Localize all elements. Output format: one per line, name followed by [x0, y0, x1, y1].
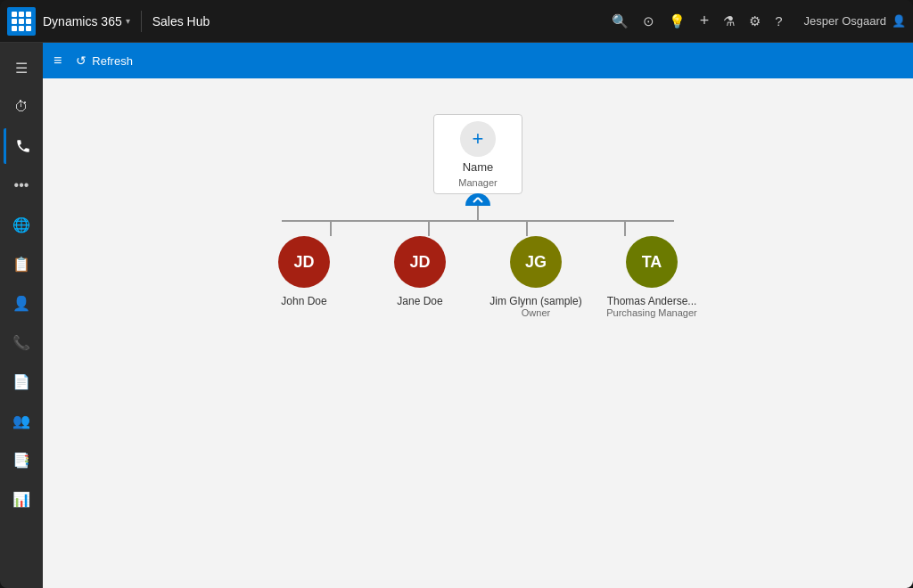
avatar-0[interactable]: JD: [278, 236, 330, 288]
screen-container: Dynamics 365 ▾ Sales Hub 🔍 ⊙ 💡 + ⚗ ⚙ ? J…: [0, 0, 913, 588]
children-row: JDJohn DoeJDJane DoeJGJim Glynn (sample)…: [255, 236, 701, 318]
user-icon: 👤: [892, 14, 906, 28]
top-nav: Dynamics 365 ▾ Sales Hub 🔍 ⊙ 💡 + ⚗ ⚙ ? J…: [0, 0, 913, 43]
child-name-2: Jim Glynn (sample): [489, 295, 581, 307]
sidebar-item-globe[interactable]: 🌐: [4, 207, 39, 242]
help-icon[interactable]: ?: [775, 13, 782, 29]
branch-4: [576, 222, 674, 236]
sidebar-item-team[interactable]: 👥: [4, 403, 39, 438]
branch-vertical-4: [624, 222, 626, 236]
waffle-grid: [12, 12, 31, 31]
refresh-icon: ↺: [76, 53, 86, 68]
child-name-0: John Doe: [281, 295, 326, 307]
root-role: Manager: [458, 177, 497, 188]
org-chart-inner: + Name Manager: [61, 96, 895, 318]
tree-lines: [61, 206, 895, 236]
hub-name: Sales Hub: [152, 14, 210, 29]
branches: [282, 222, 674, 236]
sidebar-item-doc[interactable]: 📄: [4, 363, 39, 399]
root-node: + Name Manager: [433, 114, 522, 206]
branch-3: [478, 222, 576, 236]
sidebar-item-recent[interactable]: ⏱: [4, 89, 39, 125]
child-node-2: JGJim Glynn (sample)Owner: [487, 236, 585, 318]
main-area: ☰ ⏱ ••• 🌐 📋 👤 📞 📄 👥 📑 📊 ≡ ↺ Refresh: [0, 43, 913, 588]
user-menu[interactable]: Jesper Osgaard 👤: [804, 14, 907, 28]
branch-1: [282, 222, 380, 236]
child-name-3: Thomas Anderse...: [607, 295, 697, 307]
plus-icon[interactable]: +: [700, 12, 710, 30]
root-plus-circle: +: [460, 121, 496, 157]
toolbar-hamburger[interactable]: ≡: [53, 53, 62, 69]
child-role-2: Owner: [522, 307, 550, 318]
avatar-3[interactable]: TA: [626, 236, 678, 288]
avatar-2[interactable]: JG: [510, 236, 562, 288]
sidebar-item-more[interactable]: •••: [4, 167, 39, 203]
waffle-button[interactable]: [7, 7, 36, 36]
sidebar-item-contact[interactable]: 👤: [4, 285, 39, 321]
settings-icon[interactable]: ⚙: [749, 13, 761, 29]
nav-icons: 🔍 ⊙ 💡 + ⚗ ⚙ ? Jesper Osgaard 👤: [612, 12, 906, 30]
user-name: Jesper Osgaard: [804, 14, 887, 28]
sidebar: ☰ ⏱ ••• 🌐 📋 👤 📞 📄 👥 📑 📊: [0, 43, 43, 588]
child-name-1: Jane Doe: [397, 295, 442, 307]
child-node-1: JDJane Doe: [371, 236, 469, 307]
branch-2: [380, 222, 478, 236]
expand-button[interactable]: [465, 193, 490, 206]
content-panel: ≡ ↺ Refresh + Name Manager: [43, 43, 913, 588]
org-chart-area: + Name Manager: [43, 78, 913, 588]
branch-vertical-1: [330, 222, 332, 236]
root-card[interactable]: + Name Manager: [433, 114, 522, 194]
sidebar-item-hamburger[interactable]: ☰: [4, 50, 39, 86]
nav-divider: [141, 11, 142, 32]
branch-vertical-3: [526, 222, 528, 236]
sidebar-item-reports[interactable]: 📊: [4, 481, 39, 517]
filter-icon[interactable]: ⚗: [723, 13, 735, 29]
vertical-line-top: [477, 206, 479, 220]
search-icon[interactable]: 🔍: [612, 13, 629, 29]
branch-vertical-2: [428, 222, 430, 236]
child-node-3: TAThomas Anderse...Purchasing Manager: [603, 236, 701, 318]
child-role-3: Purchasing Manager: [606, 307, 697, 318]
target-icon[interactable]: ⊙: [643, 13, 654, 29]
refresh-label: Refresh: [92, 54, 133, 68]
child-node-0: JDJohn Doe: [255, 236, 353, 307]
sidebar-item-notes[interactable]: 📋: [4, 246, 39, 282]
app-chevron[interactable]: ▾: [126, 16, 130, 26]
bulb-icon[interactable]: 💡: [669, 13, 686, 29]
root-name: Name: [463, 160, 494, 174]
app-name: Dynamics 365: [43, 14, 122, 29]
sidebar-item-pages[interactable]: 📑: [4, 442, 39, 478]
refresh-button[interactable]: ↺ Refresh: [76, 53, 133, 68]
sidebar-item-phone[interactable]: [4, 128, 39, 164]
sidebar-item-calls[interactable]: 📞: [4, 324, 39, 360]
avatar-1[interactable]: JD: [394, 236, 446, 288]
toolbar: ≡ ↺ Refresh: [43, 43, 913, 78]
